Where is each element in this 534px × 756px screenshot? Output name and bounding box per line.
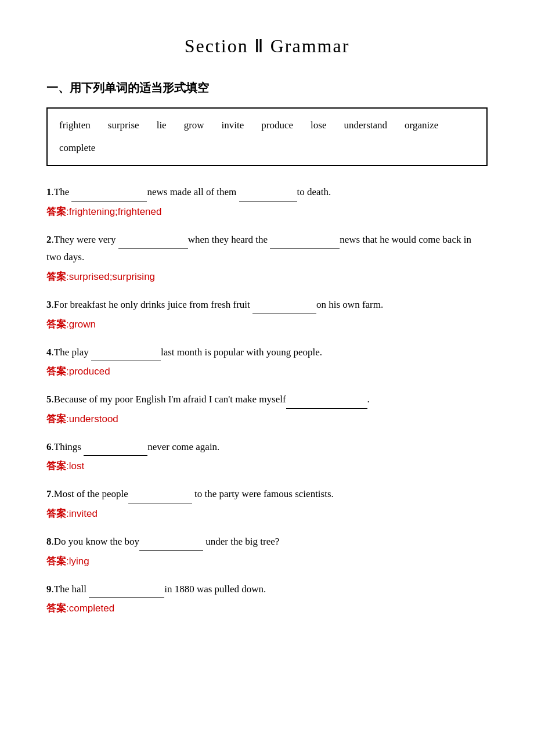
- answer-text: :understood: [66, 413, 118, 424]
- answer-text: :invited: [66, 508, 98, 519]
- question-number: 1: [46, 186, 52, 197]
- blank-1: [286, 398, 367, 409]
- answer-text: :grown: [66, 319, 96, 330]
- blank-1: [128, 493, 192, 503]
- question-text-before: .Things: [52, 441, 84, 452]
- question-block: 8.Do you know the boy under the big tree…: [46, 533, 488, 568]
- question-text-after: to the party were famous scientists.: [192, 488, 334, 499]
- blank-1: [139, 541, 203, 551]
- question-text: 3.For breakfast he only drinks juice fro…: [46, 296, 488, 314]
- question-text-before: .Do you know the boy: [52, 536, 140, 547]
- question-number: 9: [46, 584, 52, 595]
- word-item: surprise: [108, 117, 139, 135]
- word-item: understand: [344, 117, 387, 135]
- answer-label: 答案: [46, 206, 66, 217]
- answer-text: :completed: [66, 603, 114, 614]
- question-text-before: .Because of my poor English I'm afraid I…: [52, 394, 286, 405]
- word-item: produce: [261, 117, 293, 135]
- question-text-middle: when they heard the: [188, 234, 270, 245]
- answer-label: 答案: [46, 271, 66, 282]
- question-number: 6: [46, 441, 52, 452]
- blank-1: [71, 191, 147, 201]
- question-text-after: on his own farm.: [316, 299, 383, 310]
- question-number: 2: [46, 234, 52, 245]
- answer: 答案:lost: [46, 459, 488, 473]
- question-text-before: .Most of the people: [52, 488, 128, 499]
- page-title: Section Ⅱ Grammar: [46, 35, 488, 57]
- question-block: 1.The news made all of them to death. 答案…: [46, 183, 488, 218]
- answer-label: 答案: [46, 603, 66, 614]
- answer-text: :frightening;frightened: [66, 206, 161, 217]
- question-block: 3.For breakfast he only drinks juice fro…: [46, 296, 488, 331]
- answer-text: :lying: [66, 556, 89, 567]
- answer: 答案:frightening;frightened: [46, 205, 488, 218]
- answer: 答案:produced: [46, 365, 488, 378]
- answer-text: :lost: [66, 460, 84, 471]
- question-block: 7.Most of the people to the party were f…: [46, 485, 488, 520]
- question-text: 7.Most of the people to the party were f…: [46, 485, 488, 503]
- answer: 答案:grown: [46, 318, 488, 331]
- question-text-before: .The hall: [52, 584, 89, 595]
- blank-1: [89, 588, 164, 598]
- question-text-after: .: [367, 394, 370, 405]
- word-item: grow: [184, 117, 204, 135]
- answer-label: 答案: [46, 460, 66, 471]
- question-text-after: never come again.: [147, 441, 219, 452]
- question-text-middle: news made all of them: [147, 186, 239, 197]
- answer: 答案:surprised;surprising: [46, 270, 488, 283]
- word-item: invite: [222, 117, 244, 135]
- answer-text: :produced: [66, 366, 110, 377]
- word-item: lie: [157, 117, 167, 135]
- question-number: 3: [46, 299, 52, 310]
- question-text-before: .They were very: [52, 234, 118, 245]
- blank-2: [239, 191, 297, 201]
- question-number: 8: [46, 536, 52, 547]
- question-block: 5.Because of my poor English I'm afraid …: [46, 391, 488, 426]
- answer-label: 答案: [46, 556, 66, 567]
- question-number: 5: [46, 394, 52, 405]
- question-text-after: last month is popular with young people.: [161, 347, 322, 358]
- answer: 答案:understood: [46, 412, 488, 426]
- question-text: 4.The play last month is popular with yo…: [46, 344, 488, 362]
- question-text: 6.Things never come again.: [46, 438, 488, 456]
- word-item: lose: [311, 117, 326, 135]
- blank-1: [118, 238, 188, 249]
- answer-label: 答案: [46, 508, 66, 519]
- question-block: 2.They were very when they heard the new…: [46, 231, 488, 283]
- question-text: 9.The hall in 1880 was pulled down.: [46, 581, 488, 599]
- question-text: 5.Because of my poor English I'm afraid …: [46, 391, 488, 409]
- section-header: 一、用下列单词的适当形式填空: [46, 80, 488, 96]
- word-box: frightensurpriseliegrowinviteproducelose…: [46, 107, 488, 166]
- answer-label: 答案: [46, 366, 66, 377]
- blank-2: [270, 238, 340, 249]
- question-text-before: .For breakfast he only drinks juice from…: [52, 299, 253, 310]
- blank-1: [91, 351, 161, 361]
- question-text-before: .The play: [52, 347, 91, 358]
- blank-1: [252, 304, 316, 314]
- question-text-before: .The: [52, 186, 72, 197]
- question-text-after: in 1880 was pulled down.: [164, 584, 266, 595]
- question-number: 4: [46, 347, 52, 358]
- answer: 答案:completed: [46, 602, 488, 615]
- question-text-after: to death.: [297, 186, 331, 197]
- answer-label: 答案: [46, 413, 66, 424]
- answer-label: 答案: [46, 319, 66, 330]
- word-item: complete: [59, 139, 95, 157]
- question-text: 8.Do you know the boy under the big tree…: [46, 533, 488, 551]
- question-block: 4.The play last month is popular with yo…: [46, 344, 488, 379]
- blank-1: [84, 445, 147, 456]
- question-text: 1.The news made all of them to death.: [46, 183, 488, 201]
- question-number: 7: [46, 488, 52, 499]
- answer: 答案:invited: [46, 507, 488, 520]
- question-text: 2.They were very when they heard the new…: [46, 231, 488, 267]
- answer-text: :surprised;surprising: [66, 271, 155, 282]
- answer: 答案:lying: [46, 555, 488, 568]
- word-item: organize: [405, 117, 438, 135]
- question-block: 6.Things never come again. 答案:lost: [46, 438, 488, 473]
- question-text-after: under the big tree?: [203, 536, 279, 547]
- word-item: frighten: [59, 117, 91, 135]
- question-block: 9.The hall in 1880 was pulled down. 答案:c…: [46, 581, 488, 615]
